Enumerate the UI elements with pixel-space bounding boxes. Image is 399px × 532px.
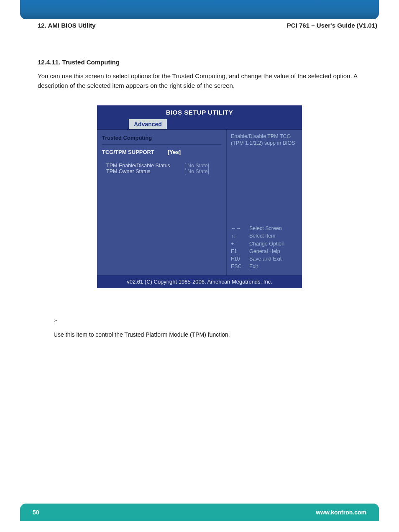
bios-help-text: Enable/Disable TPM TCG (TPM 1.1/1.2) sup… bbox=[231, 133, 298, 147]
bios-screenshot: BIOS SETUP UTILITY Advanced Trusted Comp… bbox=[97, 105, 302, 288]
section-title: 12.4.11. Trusted Computing bbox=[38, 59, 377, 66]
bios-title: BIOS SETUP UTILITY bbox=[97, 105, 302, 119]
key-desc: Save and Exit bbox=[249, 255, 281, 263]
top-banner bbox=[20, 0, 379, 19]
page-number: 50 bbox=[33, 509, 39, 516]
bios-status-label: TPM Owner Status bbox=[106, 169, 179, 174]
bios-tab-advanced[interactable]: Advanced bbox=[129, 119, 167, 129]
key-icon-plusminus: +- bbox=[231, 240, 243, 248]
key-desc: Change Option bbox=[249, 240, 284, 248]
key-desc: General Help bbox=[249, 248, 280, 255]
footer-url: www.kontron.com bbox=[316, 509, 366, 516]
key-label: ESC bbox=[231, 263, 243, 270]
bullet-arrow-icon: ➢ bbox=[54, 318, 72, 323]
key-icon-arrows-ud: ↑↓ bbox=[231, 232, 243, 240]
bios-option-value: [Yes] bbox=[168, 149, 181, 155]
header-chapter: 12. AMI BIOS Utility bbox=[38, 22, 96, 29]
key-label: F1 bbox=[231, 248, 243, 255]
bios-heading: Trusted Computing bbox=[102, 135, 221, 141]
note-text: Use this item to control the Trusted Pla… bbox=[54, 331, 230, 338]
bios-status-label: TPM Enable/Disable Status bbox=[106, 163, 179, 169]
key-label: F10 bbox=[231, 255, 243, 263]
note: ➢ Use this item to control the Trusted P… bbox=[54, 318, 377, 338]
page-footer-bar: 50 www.kontron.com bbox=[20, 504, 379, 521]
key-desc: Select Item bbox=[249, 232, 276, 240]
bios-status-row: TPM Owner Status [ No State] bbox=[106, 169, 221, 174]
key-desc: Exit bbox=[249, 263, 258, 270]
header-doc-title: PCI 761 – User's Guide (V1.01) bbox=[287, 22, 377, 29]
bios-footer: v02.61 (C) Copyright 1985-2006, American… bbox=[97, 275, 302, 288]
bios-status-value: [ No State] bbox=[184, 169, 209, 174]
bios-left-pane: Trusted Computing TCG/TPM SUPPORT [Yes] … bbox=[97, 130, 226, 275]
bios-tabbar: Advanced bbox=[97, 119, 302, 129]
bios-status-row: TPM Enable/Disable Status [ No State] bbox=[106, 163, 221, 169]
key-icon-arrows-lr: ←→ bbox=[231, 225, 243, 232]
bios-right-pane: Enable/Disable TPM TCG (TPM 1.1/1.2) sup… bbox=[226, 130, 302, 275]
key-desc: Select Screen bbox=[249, 225, 282, 232]
section-body: You can use this screen to select option… bbox=[38, 72, 377, 90]
bios-divider bbox=[102, 144, 221, 145]
bios-option-tcg-tpm[interactable]: TCG/TPM SUPPORT [Yes] bbox=[102, 149, 221, 155]
running-header: 12. AMI BIOS Utility PCI 761 – User's Gu… bbox=[38, 22, 377, 29]
bios-status-value: [ No State] bbox=[184, 163, 209, 169]
bios-option-label: TCG/TPM SUPPORT bbox=[102, 149, 154, 155]
bios-key-legend: ←→Select Screen ↑↓Select Item +-Change O… bbox=[231, 225, 298, 270]
